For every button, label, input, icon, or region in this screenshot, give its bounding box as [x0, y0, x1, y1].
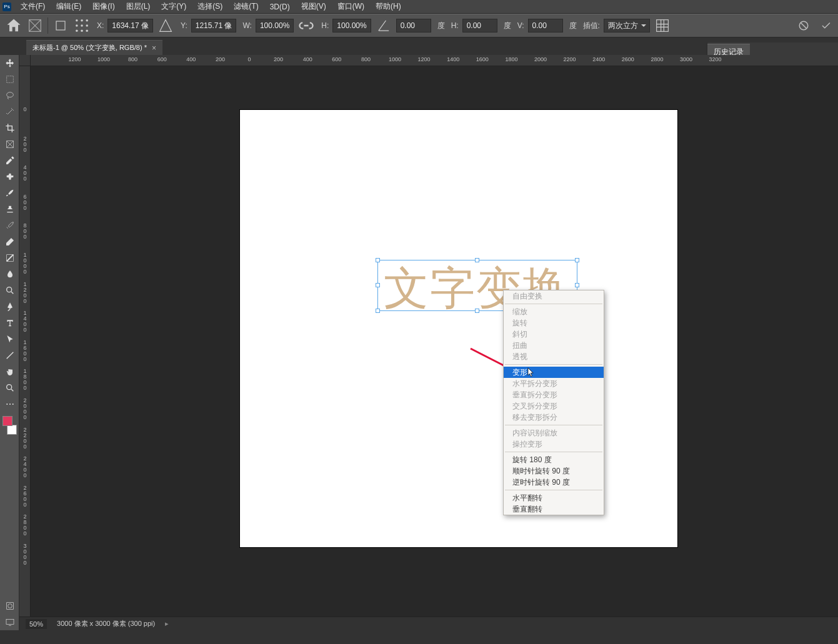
menu-divider [505, 304, 602, 304]
menu-edit[interactable]: 编辑(E) [51, 0, 87, 13]
link-icon[interactable] [297, 17, 315, 34]
menu-layer[interactable]: 图层(L) [121, 0, 156, 13]
gradient-tool-icon[interactable] [0, 250, 19, 266]
ctx-item: 操控变形 [504, 438, 604, 450]
zoom-readout[interactable]: 50% [26, 619, 47, 629]
ruler-corner[interactable] [19, 55, 31, 66]
cancel-transform-icon[interactable] [797, 19, 811, 32]
svg-point-10 [86, 29, 88, 32]
transform-handle[interactable] [376, 258, 380, 262]
ctx-item: 移去变形拆分 [504, 412, 604, 423]
svg-rect-20 [6, 603, 13, 610]
warp-mode-icon[interactable] [654, 17, 671, 34]
angle-value[interactable]: 0.00 [396, 19, 431, 32]
type-tool-icon[interactable] [0, 315, 19, 331]
heal-tool-icon[interactable] [0, 169, 19, 185]
ctx-item: 内容识别缩放 [504, 427, 604, 438]
transform-preset-icon[interactable] [26, 17, 44, 34]
options-bar: X: 1634.17 像 Y: 1215.71 像 W: 100.00% H: … [0, 14, 838, 37]
x-value[interactable]: 1634.17 像 [107, 19, 153, 32]
svg-rect-14 [6, 76, 13, 83]
reference-point-icon[interactable] [52, 17, 69, 34]
home-icon[interactable] [5, 17, 22, 34]
wand-tool-icon[interactable] [0, 104, 19, 120]
svg-point-5 [76, 24, 78, 27]
transform-handle[interactable] [475, 258, 479, 262]
menu-type[interactable]: 文字(Y) [156, 0, 192, 13]
transform-handle[interactable] [575, 258, 579, 262]
menu-view[interactable]: 视图(V) [296, 0, 332, 13]
close-icon[interactable]: × [152, 44, 156, 52]
color-swatches[interactable] [0, 416, 19, 436]
eraser-tool-icon[interactable] [0, 234, 19, 250]
anchor-grid-icon[interactable] [73, 17, 91, 34]
shape-tool-icon[interactable] [0, 347, 19, 364]
quickmask-icon[interactable] [0, 598, 19, 614]
ctx-item: 缩放 [504, 306, 604, 317]
horizontal-ruler[interactable]: 1600120010008006004002000200400600800100… [31, 55, 838, 66]
history-brush-tool-icon[interactable] [0, 217, 19, 234]
ctx-item: 自由变换 [504, 290, 604, 302]
marquee-tool-icon[interactable] [0, 71, 19, 87]
zoom-tool-icon[interactable] [0, 380, 19, 396]
svg-point-7 [86, 24, 88, 27]
brush-tool-icon[interactable] [0, 185, 19, 201]
menu-help[interactable]: 帮助(H) [370, 0, 407, 13]
canvas[interactable] [240, 110, 677, 547]
svg-point-9 [81, 29, 83, 32]
transform-handle[interactable] [575, 283, 579, 287]
ctx-item[interactable]: 变形 [504, 367, 604, 378]
move-tool-icon[interactable] [0, 55, 19, 71]
hskew-value[interactable]: 0.00 [462, 19, 497, 32]
menu-3d[interactable]: 3D(D) [264, 0, 296, 13]
more-tools-icon[interactable]: ⋯ [0, 396, 19, 412]
bg-swatch[interactable] [7, 425, 17, 435]
blur-tool-icon[interactable] [0, 266, 19, 282]
svg-point-4 [86, 19, 88, 21]
vskew-unit: 度 [569, 21, 577, 31]
menu-file[interactable]: 文件(F) [15, 0, 51, 13]
interp-select[interactable]: 两次立方 [604, 19, 650, 32]
cursor-icon [527, 367, 534, 377]
menu-window[interactable]: 窗口(W) [332, 0, 370, 13]
svg-point-8 [76, 29, 78, 32]
ctx-item[interactable]: 水平翻转 [504, 492, 604, 503]
ctx-item[interactable]: 垂直翻转 [504, 503, 604, 515]
fg-swatch[interactable] [2, 416, 12, 426]
menu-filter[interactable]: 滤镜(T) [228, 0, 264, 13]
chevron-right-icon[interactable]: ▸ [165, 620, 169, 628]
transform-handle[interactable] [376, 283, 380, 287]
h-value[interactable]: 100.00% [332, 19, 371, 32]
menu-divider [505, 425, 602, 425]
menu-image[interactable]: 图像(I) [87, 0, 120, 13]
svg-rect-22 [6, 619, 14, 624]
ctx-item[interactable]: 旋转 180 度 [504, 454, 604, 465]
lasso-tool-icon[interactable] [0, 87, 19, 104]
y-value[interactable]: 1215.71 像 [191, 19, 237, 32]
svg-point-15 [6, 92, 13, 97]
ctx-item: 旋转 [504, 317, 604, 329]
ctx-item[interactable]: 顺时针旋转 90 度 [504, 465, 604, 477]
screenmode-icon[interactable] [0, 614, 19, 630]
document-tab[interactable]: 未标题-1 @ 50% (文字变换, RGB/8) * × [26, 40, 162, 55]
eyedropper-tool-icon[interactable] [0, 152, 19, 169]
separator [47, 17, 48, 34]
delta-icon[interactable] [157, 17, 174, 34]
stamp-tool-icon[interactable] [0, 201, 19, 217]
commit-transform-icon[interactable] [819, 19, 833, 32]
dodge-tool-icon[interactable] [0, 282, 19, 299]
vertical-ruler[interactable]: 02 0 04 0 06 0 08 0 01 0 0 01 2 0 01 4 0… [19, 66, 31, 630]
transform-handle[interactable] [475, 309, 479, 313]
ctx-item[interactable]: 逆时针旋转 90 度 [504, 477, 604, 488]
tools-panel: ⋯ [0, 55, 19, 630]
transform-handle[interactable] [376, 309, 380, 313]
w-value[interactable]: 100.00% [256, 19, 294, 32]
vskew-value[interactable]: 0.00 [528, 19, 563, 32]
menu-select[interactable]: 选择(S) [192, 0, 228, 13]
canvas-viewport[interactable]: 文字变换 自由变换缩放旋转斜切扭曲透视变形水平拆分变形垂直拆分变形交叉拆分变形移… [31, 66, 838, 630]
path-select-tool-icon[interactable] [0, 331, 19, 347]
frame-tool-icon[interactable] [0, 136, 19, 152]
pen-tool-icon[interactable] [0, 299, 19, 315]
hand-tool-icon[interactable] [0, 364, 19, 380]
crop-tool-icon[interactable] [0, 120, 19, 136]
